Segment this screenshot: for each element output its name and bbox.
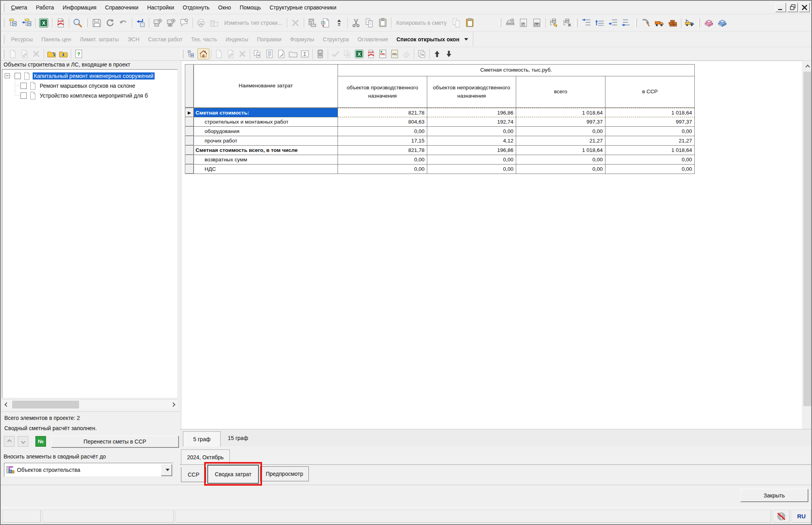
close-button[interactable]: Закрыть <box>740 489 808 502</box>
table-cell-value[interactable]: 0,00 <box>427 155 516 165</box>
tab-preview[interactable]: Предпросмотр <box>260 466 309 481</box>
scroll-left-button[interactable] <box>2 400 11 409</box>
menu-item-8[interactable]: Помощь <box>235 1 265 14</box>
tab-5-graph[interactable]: 5 граф <box>183 431 221 447</box>
numbering-button[interactable]: № <box>35 436 46 447</box>
table-cell-value[interactable]: 1 018,64 <box>605 108 695 117</box>
truck-button[interactable] <box>653 17 666 29</box>
tab-period[interactable]: 2024, Октябрь <box>181 449 230 464</box>
menu-item-7[interactable]: Окно <box>214 1 236 14</box>
transfer-estimates-button[interactable]: Перенести сметы в ССР <box>51 436 179 447</box>
page-pr-button[interactable]: ПР <box>530 17 544 29</box>
table-cell-value[interactable]: 1 018,64 <box>605 146 695 155</box>
menu-item-1[interactable]: Смета <box>7 1 31 14</box>
tab-ssr[interactable]: ССР <box>181 467 206 482</box>
table-row-name[interactable]: НДС <box>194 165 338 174</box>
sigma-folder-button[interactable]: Σ <box>299 48 311 59</box>
shift-left-button[interactable] <box>607 17 620 29</box>
folder-plain-button[interactable] <box>287 48 299 59</box>
tree-node-label[interactable]: Капитальный ремонт инженерных сооружений <box>33 72 155 79</box>
table-cell-value[interactable]: 17,15 <box>338 136 427 146</box>
vertical-scrollbar[interactable] <box>803 62 812 442</box>
scythe-tool-button[interactable] <box>639 17 653 29</box>
calculator-rows-button[interactable] <box>306 17 319 29</box>
copy-percent-button[interactable]: % <box>252 48 264 59</box>
bricks-button[interactable] <box>666 17 679 29</box>
collapse-icon[interactable] <box>5 73 10 78</box>
table-row-name[interactable]: Сметная стоимость всего, в том числе <box>194 146 338 155</box>
percent-copy-button[interactable]: % <box>416 48 428 59</box>
column-header-3[interactable]: всего <box>516 76 605 108</box>
pot-settings-button[interactable] <box>504 17 517 29</box>
move-first-button[interactable] <box>580 17 593 29</box>
xml-export-button[interactable]: XML <box>377 48 389 59</box>
search-button[interactable] <box>71 17 84 29</box>
books-blue-button[interactable] <box>716 17 729 29</box>
table-cell-value[interactable]: 0,00 <box>516 155 605 165</box>
menu-item-5[interactable]: Настройки <box>143 1 179 14</box>
calculator-button[interactable] <box>314 48 326 59</box>
table-row-name[interactable]: прочих работ <box>194 136 338 146</box>
combobox-dropdown-button[interactable] <box>161 464 172 476</box>
open-windows-list-button[interactable]: Список открытых окон <box>393 36 462 43</box>
insert-target-combobox[interactable]: Объектов строительства <box>4 463 173 477</box>
table-cell-value[interactable]: 804,63 <box>338 117 427 127</box>
tree-import-button[interactable] <box>20 17 33 29</box>
scrollbar-thumb[interactable] <box>803 72 812 406</box>
folder-save-button[interactable] <box>57 48 69 59</box>
column-header-2[interactable]: объектов непроизводственного назначения <box>427 76 516 108</box>
checkbox[interactable] <box>20 92 27 99</box>
comment-settings-button[interactable] <box>177 17 191 29</box>
tree-node-3[interactable]: Устройство комплекса мероприятий для б <box>3 91 177 100</box>
column-header-1[interactable]: объектов производственного назначения <box>338 76 427 108</box>
tree-delete-button[interactable] <box>561 17 574 29</box>
table-cell-value[interactable]: 0,00 <box>516 127 605 136</box>
pdf-export-button[interactable]: PDF <box>365 48 377 59</box>
table-cell-value[interactable]: 0,00 <box>605 165 695 174</box>
tree-node-2[interactable]: Ремонт маршевых спусков на склоне <box>3 81 177 91</box>
checkbox[interactable] <box>15 73 21 79</box>
list-page-button[interactable] <box>264 48 275 59</box>
table-cell-value[interactable]: 1 018,64 <box>516 146 605 155</box>
table-cell-value[interactable]: 0,00 <box>605 127 695 136</box>
tree-node-label[interactable]: Устройство комплекса мероприятий для б <box>39 92 149 99</box>
paste-special-button[interactable] <box>463 17 476 29</box>
table-row-name[interactable]: строительных и монтажных работ <box>194 117 338 127</box>
estimate-settings-button[interactable] <box>151 17 164 29</box>
restore-button[interactable] <box>787 3 798 12</box>
up-arrow-button[interactable] <box>431 48 443 59</box>
minimize-button[interactable] <box>775 3 786 12</box>
excel-export-button[interactable]: X <box>353 48 365 59</box>
tree-view-button[interactable] <box>186 48 197 59</box>
table-cell-value[interactable]: 0,00 <box>605 155 695 165</box>
table-row-name[interactable]: возвратных сумм <box>194 155 338 165</box>
pdf-export-button[interactable]: PDF <box>54 17 67 29</box>
truck-crane-button[interactable] <box>683 17 696 29</box>
scroll-up-button[interactable] <box>803 62 812 72</box>
tree-horizontal-scrollbar[interactable] <box>2 399 178 409</box>
undo-button[interactable] <box>117 17 130 29</box>
table-cell-value[interactable]: 997,37 <box>605 117 695 127</box>
copy-button[interactable] <box>363 17 376 29</box>
menu-item-9[interactable]: Структурные справочники <box>265 1 341 14</box>
table-cell-value[interactable]: 4,12 <box>427 136 516 146</box>
table-cell-value[interactable]: 0,00 <box>516 165 605 174</box>
folder-open-import-button[interactable] <box>46 48 57 59</box>
column-header-4[interactable]: в ССР <box>605 76 695 108</box>
table-cell-value[interactable]: 0,00 <box>427 165 516 174</box>
scrollbar-thumb[interactable] <box>12 401 79 409</box>
page-p-button[interactable]: P <box>517 17 530 29</box>
table-cell-value[interactable]: 196,86 <box>427 108 516 117</box>
tree-structure-button[interactable] <box>7 17 20 29</box>
menu-item-3[interactable]: Информация <box>58 1 101 14</box>
home-button[interactable] <box>197 48 209 59</box>
tab-cost-summary[interactable]: Сводка затрат <box>207 465 259 484</box>
table-cell-value[interactable]: 21,27 <box>605 136 695 146</box>
table-cell-value[interactable]: 21,27 <box>516 136 605 146</box>
turn-page-button[interactable] <box>275 48 287 59</box>
excel-export-button[interactable]: X <box>37 17 50 29</box>
cut-button[interactable] <box>349 17 363 29</box>
save-button[interactable] <box>90 17 103 29</box>
help-button[interactable]: ? <box>73 48 85 59</box>
paste-button[interactable] <box>376 17 389 29</box>
